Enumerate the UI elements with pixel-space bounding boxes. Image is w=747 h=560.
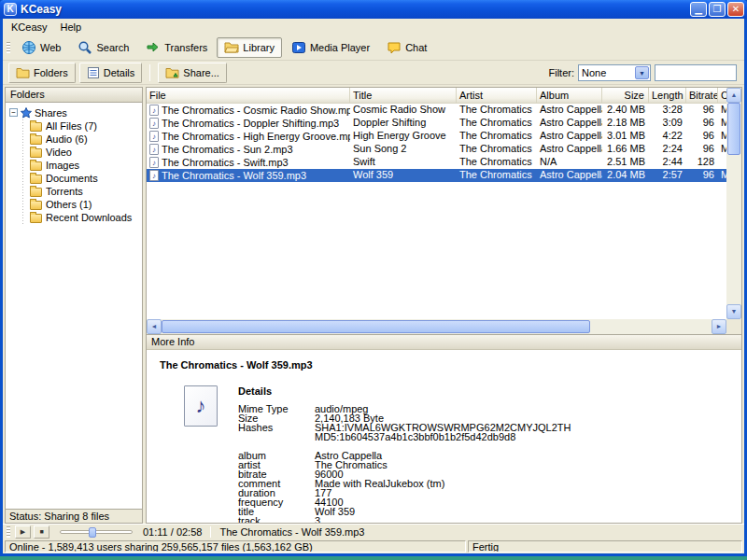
column-header-size[interactable]: Size	[602, 88, 649, 103]
file-cell: 96	[686, 104, 718, 117]
detail-value: Made with RealJukebox (tm)	[315, 479, 444, 488]
scroll-right-icon[interactable]: ►	[712, 319, 726, 334]
horizontal-scroll-track[interactable]	[162, 319, 712, 334]
detail-row: commentMade with RealJukebox (tm)	[238, 479, 571, 488]
folder-tree-children: All Files (7)Audio (6)VideoImagesDocumen…	[22, 119, 142, 224]
stop-button[interactable]: ■	[34, 525, 49, 539]
file-row[interactable]: ♪The Chromatics - Swift.mp3SwiftThe Chro…	[147, 156, 726, 169]
file-cell: Astro Cappella	[537, 130, 602, 143]
folder-icon	[30, 122, 42, 132]
folder-item[interactable]: Audio (6)	[30, 133, 142, 146]
column-header-bitrate[interactable]: Bitrate	[686, 88, 718, 103]
share-folder-icon	[165, 66, 179, 79]
file-cell: Doppler Shifting	[350, 117, 457, 130]
scroll-down-icon[interactable]: ▼	[726, 304, 741, 319]
file-cell: Wolf 359	[350, 169, 457, 182]
library-panel: FileTitleArtistAlbumSizeLengthBitrateCom…	[146, 87, 742, 524]
folder-item[interactable]: Images	[30, 159, 142, 172]
column-header-length[interactable]: Length	[649, 88, 686, 103]
file-cell: 3:09	[649, 117, 686, 130]
filter-input[interactable]	[655, 64, 737, 81]
file-cell: 128	[686, 156, 718, 169]
file-cell: 2.18 MB	[602, 117, 649, 130]
minimize-button[interactable]: ▁	[690, 2, 707, 17]
folder-icon	[30, 148, 42, 158]
folder-item[interactable]: Video	[30, 146, 142, 159]
file-row[interactable]: ♪The Chromatics - Doppler Shifting.mp3Do…	[147, 117, 726, 130]
kceasy-window: K KCeasy ▁ ❐ ✕ KCeasy Help Web Search Tr…	[0, 0, 747, 556]
chat-button[interactable]: Chat	[379, 37, 434, 58]
folder-item-label: All Files (7)	[46, 120, 97, 132]
column-header-album[interactable]: Album	[537, 88, 602, 103]
folder-root[interactable]: − Shares	[9, 105, 142, 119]
vertical-scrollbar[interactable]: ▲ ▼	[726, 88, 741, 319]
filter-value: None	[579, 67, 635, 78]
detail-key: track	[238, 516, 315, 523]
titlebar[interactable]: K KCeasy ▁ ❐ ✕	[0, 0, 747, 19]
detail-row: artistThe Chromatics	[238, 460, 571, 469]
play-button[interactable]: ▶	[15, 525, 31, 539]
menu-kceasy[interactable]: KCeasy	[5, 21, 54, 34]
library-folder-icon	[224, 40, 239, 55]
horizontal-scroll-thumb[interactable]	[162, 320, 590, 333]
file-name-cell: ♪The Chromatics - Doppler Shifting.mp3	[147, 117, 350, 130]
column-header-artist[interactable]: Artist	[457, 88, 537, 103]
more-info-content: The Chromatics - Wolf 359.mp3 ♪ Details …	[147, 350, 741, 523]
folder-item-label: Torrents	[46, 186, 83, 197]
library-button[interactable]: Library	[217, 37, 282, 58]
file-name-cell: ♪The Chromatics - Cosmic Radio Show.mp3	[147, 104, 350, 117]
maximize-button[interactable]: ❐	[709, 2, 726, 17]
folder-item[interactable]: Torrents	[30, 185, 142, 198]
seek-thumb[interactable]	[89, 527, 96, 538]
detail-row: albumAstro Cappella	[238, 451, 571, 460]
file-cell: 96	[686, 143, 718, 156]
detail-key: Hashes	[238, 423, 315, 441]
file-cell: 96	[686, 117, 718, 130]
mp3-file-icon: ♪	[149, 118, 159, 129]
column-header-com[interactable]: Com	[718, 88, 726, 103]
folders-toggle-button[interactable]: Folders	[8, 63, 76, 83]
scroll-up-icon[interactable]: ▲	[726, 88, 741, 103]
file-cell: The Chromatics	[457, 143, 537, 156]
menu-help[interactable]: Help	[54, 21, 89, 34]
file-cell: The Chromatics	[457, 169, 537, 182]
seek-slider[interactable]	[60, 530, 133, 534]
search-button[interactable]: Search	[70, 37, 136, 58]
folder-item[interactable]: Documents	[30, 172, 142, 185]
vertical-scroll-track[interactable]	[726, 103, 741, 304]
media-player-button[interactable]: Media Player	[284, 37, 377, 58]
file-row[interactable]: ♪The Chromatics - Cosmic Radio Show.mp3C…	[147, 104, 726, 117]
column-header-title[interactable]: Title	[350, 88, 457, 103]
scroll-left-icon[interactable]: ◄	[147, 319, 162, 334]
chevron-down-icon[interactable]: ▼	[635, 66, 649, 79]
file-cell: Astro Cappella	[537, 143, 602, 156]
detail-value: Wolf 359	[315, 507, 355, 516]
file-row[interactable]: ♪The Chromatics - High Energy Groove.mp3…	[147, 130, 726, 143]
share-button[interactable]: Share...	[158, 63, 227, 83]
mp3-file-icon: ♪	[149, 144, 159, 155]
horizontal-scrollbar[interactable]: ◄ ►	[147, 319, 726, 334]
folder-item[interactable]: Recent Downloads	[30, 211, 142, 224]
file-row[interactable]: ♪The Chromatics - Sun 2.mp3Sun Song 2The…	[147, 143, 726, 156]
folder-item[interactable]: All Files (7)	[30, 119, 142, 133]
folder-item[interactable]: Others (1)	[30, 198, 142, 211]
details-toggle-button[interactable]: Details	[79, 63, 143, 83]
chat-bubble-icon	[387, 40, 402, 55]
vertical-scroll-thumb[interactable]	[727, 103, 740, 155]
web-button[interactable]: Web	[14, 37, 68, 58]
audio-file-icon: ♪	[184, 385, 218, 427]
column-header-file[interactable]: File	[147, 88, 350, 103]
details-table: Mime Typeaudio/mpegSize2,140,183 ByteHas…	[238, 404, 571, 523]
main-area: Folders − Shares All Files (7)Audio (6)V…	[3, 85, 744, 524]
file-cell: 3:28	[649, 104, 686, 117]
file-cell: 2:24	[649, 143, 686, 156]
file-row[interactable]: ♪The Chromatics - Wolf 359.mp3Wolf 359Th…	[147, 169, 726, 182]
close-button[interactable]: ✕	[727, 2, 744, 17]
toolbar-separator	[149, 64, 150, 81]
file-cell: Sun Song 2	[350, 143, 457, 156]
transfers-button[interactable]: Transfers	[138, 37, 215, 58]
filter-combobox[interactable]: None ▼	[578, 64, 651, 81]
selected-file-name: The Chromatics - Wolf 359.mp3	[160, 359, 741, 371]
folder-item-label: Audio (6)	[46, 133, 88, 145]
tree-expander-icon[interactable]: −	[9, 108, 18, 117]
